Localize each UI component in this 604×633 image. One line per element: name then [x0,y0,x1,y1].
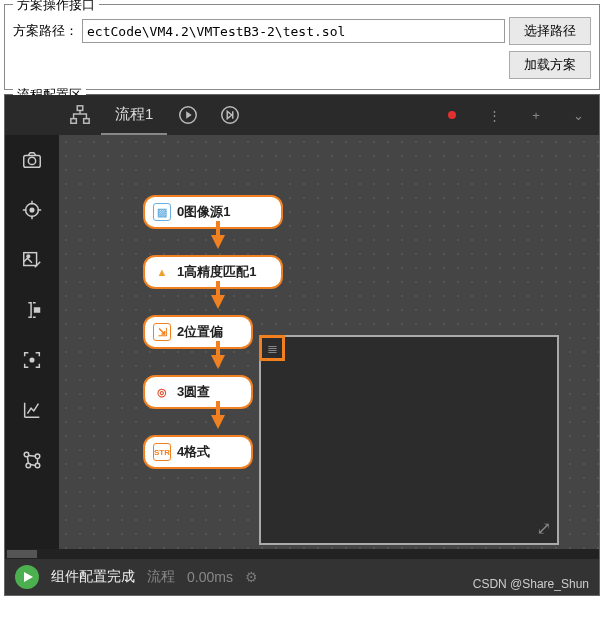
preview-panel[interactable]: ≣ ⤡ [259,335,559,545]
circle-search-icon: ◎ [153,383,171,401]
node-format[interactable]: STR4格式 [143,435,253,469]
record-icon[interactable] [431,95,473,135]
operation-panel-title: 方案操作接口 [13,0,99,14]
chevron-down-icon[interactable]: ⌄ [557,95,599,135]
node-position[interactable]: ⇲2位置偏 [143,315,253,349]
svg-point-12 [30,358,34,362]
position-icon: ⇲ [153,323,171,341]
flowchart-icon[interactable] [59,95,101,135]
arrow-icon [211,415,225,429]
node-label: 3圆查 [177,383,210,401]
more-icon[interactable]: ⋮ [473,95,515,135]
node-label: 0图像源1 [177,203,230,221]
node-label: 2位置偏 [177,323,223,341]
watermark: CSDN @Share_Shun [473,577,589,591]
svg-rect-0 [77,106,83,111]
triangle-icon: ▲ [153,263,171,281]
select-path-button[interactable]: 选择路径 [509,17,591,45]
svg-point-6 [28,157,35,164]
path-input[interactable] [82,19,505,43]
svg-point-4 [222,107,239,124]
settings-icon[interactable]: ⚙ [245,569,258,585]
camera-icon[interactable] [15,143,49,177]
run-loop-icon[interactable] [209,95,251,135]
tab-flow1[interactable]: 流程1 [101,95,167,135]
horizontal-scrollbar[interactable] [5,549,599,559]
target-icon[interactable] [15,193,49,227]
arrow-icon [211,355,225,369]
image-icon: ▨ [153,203,171,221]
node-image-source[interactable]: ▨0图像源1 [143,195,283,229]
arrow-icon [211,235,225,249]
svg-point-16 [35,463,40,468]
operation-panel: 方案操作接口 方案路径： 选择路径 加载方案 [4,4,600,90]
svg-rect-1 [71,119,77,124]
node-circle-search[interactable]: ◎3圆查 [143,375,253,409]
node-label: 1高精度匹配1 [177,263,256,281]
str-icon: STR [153,443,171,461]
add-icon[interactable]: + [515,95,557,135]
text-cursor-icon[interactable] [15,293,49,327]
image-edit-icon[interactable] [15,243,49,277]
flow-topbar: 流程1 ⋮ + ⌄ [5,95,599,135]
svg-point-10 [27,255,30,258]
status-context: 流程 [147,568,175,586]
arrow-icon [211,295,225,309]
focus-icon[interactable] [15,343,49,377]
flow-panel: 流程配置区 流程1 ⋮ + ⌄ [4,94,600,596]
svg-point-13 [24,452,29,457]
play-button[interactable] [15,565,39,589]
tool-sidebar [5,135,59,549]
load-scheme-button[interactable]: 加载方案 [509,51,591,79]
svg-point-15 [26,463,31,468]
svg-rect-11 [34,307,40,313]
svg-point-14 [35,454,40,459]
resize-handle-icon[interactable]: ⤡ [533,521,555,536]
network-icon[interactable] [15,443,49,477]
status-text: 组件配置完成 [51,568,135,586]
node-high-precision-match[interactable]: ▲1高精度匹配1 [143,255,283,289]
node-label: 4格式 [177,443,210,461]
flow-canvas[interactable]: ▨0图像源1 ▲1高精度匹配1 ⇲2位置偏 ◎3圆查 STR4格式 ≣ ⤡ [59,135,599,549]
path-label: 方案路径： [13,22,78,40]
preview-drag-handle[interactable]: ≣ [259,335,285,361]
status-time: 0.00ms [187,569,233,585]
chart-icon[interactable] [15,393,49,427]
run-once-icon[interactable] [167,95,209,135]
svg-point-8 [30,208,34,212]
svg-rect-2 [84,119,90,124]
